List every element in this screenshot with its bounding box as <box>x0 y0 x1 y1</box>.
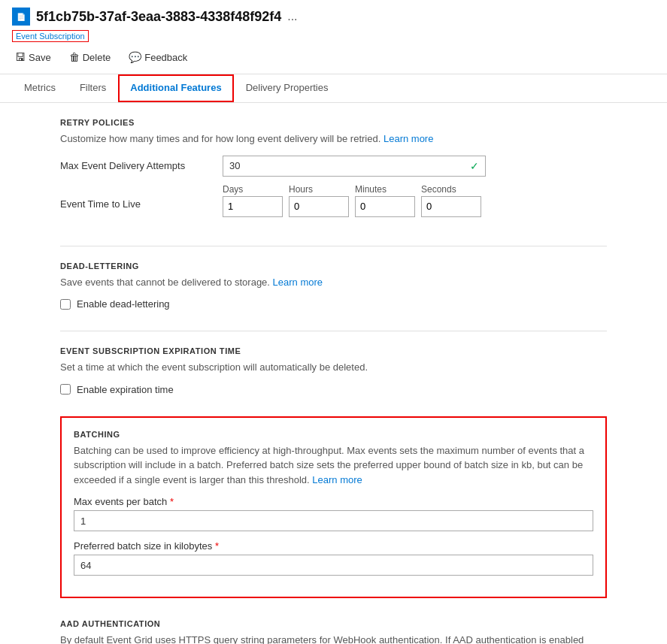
dead-lettering-checkbox-row: Enable dead-lettering <box>60 298 607 310</box>
max-events-required: * <box>170 496 174 507</box>
tab-additional-features[interactable]: Additional Features <box>118 74 233 102</box>
seconds-input[interactable] <box>421 196 481 217</box>
minutes-input[interactable] <box>355 196 415 217</box>
batch-size-input[interactable] <box>74 555 593 576</box>
expiration-checkbox-label: Enable expiration time <box>77 384 174 395</box>
more-options-button[interactable]: ... <box>287 10 297 23</box>
batching-learn-more-link[interactable]: Learn more <box>312 474 362 485</box>
tab-filters[interactable]: Filters <box>68 74 118 102</box>
resource-icon: 📄 <box>12 8 30 26</box>
tab-delivery-properties[interactable]: Delivery Properties <box>234 74 341 102</box>
tab-metrics[interactable]: Metrics <box>12 74 68 102</box>
batching-title: BATCHING <box>74 430 593 439</box>
dead-lettering-desc: Save events that cannot be delivered to … <box>60 275 607 290</box>
feedback-icon: 💬 <box>129 51 141 63</box>
save-icon: 🖫 <box>15 51 26 63</box>
days-label: Days <box>223 184 283 195</box>
expiration-title: EVENT SUBSCRIPTION EXPIRATION TIME <box>60 346 607 355</box>
batching-section: BATCHING Batching can be used to improve… <box>60 416 607 599</box>
batch-size-label: Preferred batch size in kilobytes * <box>74 540 593 552</box>
dead-lettering-checkbox-label: Enable dead-lettering <box>77 298 170 310</box>
aad-desc: By default Event Grid uses HTTPS query s… <box>60 633 607 644</box>
max-events-group: Max events per batch * <box>74 496 593 531</box>
expiration-checkbox-row: Enable expiration time <box>60 384 607 395</box>
expiration-section: EVENT SUBSCRIPTION EXPIRATION TIME Set a… <box>60 346 607 395</box>
batching-desc: Batching can be used to improve efficien… <box>74 443 593 488</box>
delete-icon: 🗑 <box>69 51 80 63</box>
aad-title: AAD AUTHENTICATION <box>60 619 607 628</box>
breadcrumb: Event Subscription <box>12 30 89 42</box>
save-button[interactable]: 🖫 Save <box>12 50 54 65</box>
aad-section: AAD AUTHENTICATION By default Event Grid… <box>60 619 607 644</box>
expiration-checkbox[interactable] <box>60 384 71 395</box>
feedback-button[interactable]: 💬 Feedback <box>126 50 190 65</box>
resource-id: 5f1cb75b-37af-3eaa-3883-4338f48f92f4 <box>36 9 281 25</box>
retry-learn-more-link[interactable]: Learn more <box>384 133 433 144</box>
max-events-label: Max events per batch * <box>74 496 593 507</box>
max-attempts-dropdown[interactable]: 30 ✓ <box>223 156 486 177</box>
max-attempts-label: Max Event Delivery Attempts <box>60 160 211 171</box>
hours-group: Hours <box>289 184 349 217</box>
seconds-group: Seconds <box>421 184 481 217</box>
ttl-label: Event Time to Live <box>60 198 211 210</box>
delete-button[interactable]: 🗑 Delete <box>66 50 114 65</box>
max-attempts-row: Max Event Delivery Attempts 30 ✓ <box>60 156 607 177</box>
dead-lettering-learn-more-link[interactable]: Learn more <box>273 277 323 288</box>
dead-lettering-checkbox[interactable] <box>60 299 71 310</box>
dead-lettering-section: DEAD-LETTERING Save events that cannot b… <box>60 262 607 310</box>
dead-lettering-title: DEAD-LETTERING <box>60 262 607 271</box>
check-icon: ✓ <box>470 160 479 172</box>
max-events-input[interactable] <box>74 510 593 531</box>
ttl-label-row: Event Time to Live Days Hours Minutes <box>60 184 607 225</box>
expiration-desc: Set a time at which the event subscripti… <box>60 360 607 375</box>
batch-size-group: Preferred batch size in kilobytes * <box>74 540 593 576</box>
retry-section-title: RETRY POLICIES <box>60 118 607 127</box>
seconds-label: Seconds <box>421 184 481 195</box>
hours-input[interactable] <box>289 196 349 217</box>
days-group: Days <box>223 184 283 217</box>
max-attempts-value: 30 <box>229 160 470 171</box>
hours-label: Hours <box>289 184 349 195</box>
retry-description: Customize how many times and for how lon… <box>60 132 607 147</box>
minutes-group: Minutes <box>355 184 415 217</box>
days-input[interactable] <box>223 196 283 217</box>
batch-size-required: * <box>215 540 219 552</box>
minutes-label: Minutes <box>355 184 415 195</box>
retry-policies-section: RETRY POLICIES Customize how many times … <box>60 118 607 225</box>
